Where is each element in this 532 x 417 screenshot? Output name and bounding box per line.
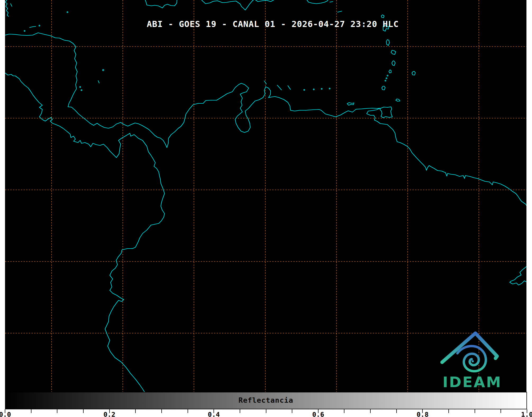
colorbar-tick xyxy=(83,409,84,413)
ideam-logo: IDEAM xyxy=(440,330,504,391)
map-title: ABI - GOES 19 - CANAL 01 - 2026-04-27 23… xyxy=(147,19,399,29)
satellite-image-viewer: { "title": { "text": "ABI - GOES 19 - CA… xyxy=(0,0,532,417)
colorbar-tick-label: 0.6 xyxy=(312,411,324,417)
colorbar-tick-label: 0.2 xyxy=(103,411,115,417)
colorbar-tick-label: 1.0 xyxy=(521,411,532,417)
colorbar-tick-label: 0.4 xyxy=(208,411,220,417)
colorbar-tick xyxy=(501,409,501,413)
colorbar-tick xyxy=(448,409,449,413)
colorbar-tick xyxy=(31,409,31,413)
colorbar-tick xyxy=(370,409,371,413)
colorbar-tick xyxy=(475,409,475,413)
logo-text: IDEAM xyxy=(443,373,502,391)
satellite-map-area: ABI - GOES 19 - CANAL 01 - 2026-04-27 23… xyxy=(0,0,532,392)
mountain-eye-icon xyxy=(442,333,497,371)
colorbar-tick-label: 0.8 xyxy=(417,411,429,417)
colorbar-tick xyxy=(57,409,57,413)
colorbar-tick xyxy=(240,409,240,413)
colorbar-tick xyxy=(135,409,136,413)
colorbar-tick-label: 0.0 xyxy=(0,411,11,417)
colorbar-tick xyxy=(292,409,292,413)
colorbar-tick xyxy=(161,409,162,413)
colorbar-tick xyxy=(266,409,266,413)
colorbar-tick xyxy=(344,409,344,413)
colorbar-tick xyxy=(396,409,397,413)
colorbar-label: Reflectancia xyxy=(238,396,293,404)
colorbar-tick xyxy=(188,409,188,413)
